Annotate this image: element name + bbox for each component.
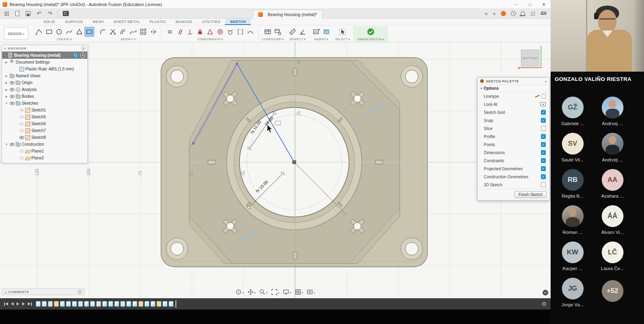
timeline-feature-icon[interactable] (36, 301, 41, 307)
insert-dropdown[interactable]: INSERT (314, 37, 328, 41)
browser-options-icon[interactable] (81, 46, 85, 50)
browser-row[interactable]: Origin (2, 79, 87, 86)
browser-row[interactable]: Sketch6 (2, 120, 87, 127)
palette-row[interactable]: Points (478, 140, 549, 149)
timeline-feature-icon[interactable] (126, 301, 131, 307)
look-at-icon[interactable] (540, 102, 546, 106)
grid-settings-icon[interactable] (295, 288, 303, 295)
visibility-eye-icon[interactable] (10, 143, 14, 146)
timeline-feature-icon[interactable] (138, 301, 143, 307)
display-settings-icon[interactable] (283, 288, 291, 295)
trim-scissors-icon[interactable] (108, 27, 118, 37)
visibility-eye-icon[interactable] (19, 157, 24, 160)
palette-checkbox[interactable] (541, 142, 546, 147)
timeline-feature-icon[interactable] (54, 301, 59, 307)
linetype-pen-icon[interactable] (535, 94, 540, 98)
visibility-eye-icon[interactable] (19, 136, 24, 139)
orbit-icon[interactable] (235, 288, 244, 295)
browser-row[interactable]: Named Views (2, 72, 87, 79)
palette-checkbox[interactable] (541, 150, 546, 155)
participant-tile[interactable]: LČLaura Če... (592, 238, 632, 274)
presenter-video[interactable] (551, 0, 644, 72)
scale-tool-icon[interactable] (128, 27, 138, 37)
visibility-eye-icon[interactable] (19, 116, 24, 119)
expand-arrow-icon[interactable] (4, 95, 8, 98)
configure-table-icon[interactable] (263, 27, 272, 37)
polygon-tool-icon[interactable] (74, 27, 84, 37)
ribbon-tab-manage[interactable]: MANAGE (171, 19, 197, 25)
ribbon-tab-sketch[interactable]: SKETCH (225, 19, 250, 25)
expand-arrow-icon[interactable] (4, 143, 8, 146)
browser-header[interactable]: BROWSER (2, 45, 87, 52)
palette-checkbox[interactable] (541, 110, 546, 115)
browser-row[interactable]: Bodies (2, 93, 87, 100)
comments-expand-icon[interactable] (4, 288, 7, 295)
palette-checkbox[interactable] (541, 118, 546, 123)
palette-row[interactable]: Dimensions (478, 149, 549, 157)
view-cube[interactable]: BOTTOM X (518, 44, 544, 72)
redo-icon[interactable] (47, 10, 53, 17)
participant-tile[interactable]: Andrzej ... (592, 93, 632, 129)
palette-row[interactable]: Look At (478, 100, 549, 108)
timeline-feature-icon[interactable] (72, 301, 77, 307)
save-icon[interactable] (25, 10, 31, 17)
browser-row[interactable]: Analysis (2, 86, 87, 93)
browser-row[interactable]: Plastic Rule: ABS (1,5 mm) (2, 66, 87, 72)
palette-options-header[interactable]: Options (478, 85, 549, 92)
expand-arrow-icon[interactable] (4, 61, 8, 64)
model-canvas[interactable]: fx 10.00 fx 10.00 10.00 -125 -100 -75 -5… (0, 42, 551, 298)
skip-to-start-icon[interactable] (4, 302, 8, 306)
timeline-feature-icon[interactable] (48, 301, 53, 307)
participant-tile[interactable]: Roman ... (553, 202, 592, 238)
participant-tile[interactable]: SVSaulė Vil... (553, 129, 592, 165)
pan-icon[interactable] (248, 288, 256, 295)
inspect-dropdown[interactable]: INSPECT (289, 37, 305, 41)
triangle-constraint-icon[interactable] (205, 27, 215, 37)
timeline-feature-icon[interactable] (151, 301, 155, 307)
timeline-feature-icon[interactable] (132, 301, 137, 307)
timeline-feature-icon[interactable] (169, 301, 173, 307)
palette-row[interactable]: Constraints (478, 157, 549, 165)
palette-row[interactable]: Linetype (478, 92, 549, 100)
step-forward-icon[interactable] (22, 302, 25, 305)
insert-canvas-icon[interactable] (312, 27, 321, 37)
canvas-corner-avatar[interactable] (543, 290, 548, 295)
timeline-feature-icon[interactable] (108, 301, 113, 307)
help-grid-icon[interactable] (530, 10, 536, 17)
comments-options-icon[interactable] (78, 290, 82, 294)
timeline-feature-icon[interactable] (96, 301, 101, 307)
tab-close-icon[interactable] (485, 10, 488, 17)
perpendicular-constraint-icon[interactable] (185, 27, 195, 37)
timeline-feature-icon[interactable] (144, 301, 149, 307)
dimension-edit-handle[interactable] (275, 121, 281, 125)
visibility-eye-icon[interactable] (19, 122, 24, 126)
symmetry-constraint-icon[interactable] (235, 27, 245, 37)
pattern-tool-icon[interactable] (138, 27, 148, 37)
timeline-feature-icon[interactable] (120, 301, 125, 307)
palette-row[interactable]: Sketch Grid (478, 108, 549, 116)
insert-image-icon[interactable] (322, 27, 331, 37)
configuration-icon[interactable] (273, 27, 283, 37)
timeline-feature-icon[interactable] (84, 301, 89, 307)
participant-tile[interactable]: AAAzahara ... (592, 165, 632, 202)
modify-dropdown[interactable]: MODIFY (121, 37, 136, 41)
search-icon[interactable] (73, 53, 78, 58)
zoom-icon[interactable] (259, 288, 268, 295)
palette-checkbox[interactable] (541, 182, 546, 187)
participant-tile[interactable]: KWKacper ... (553, 238, 592, 274)
ribbon-tab-plastic[interactable]: PLASTIC (145, 19, 171, 25)
measure-ruler-icon[interactable] (288, 27, 297, 37)
constraints-dropdown[interactable]: CONSTRAINTS (198, 37, 223, 41)
new-tab-icon[interactable] (493, 10, 496, 17)
browser-row[interactable]: Sketches (2, 100, 87, 107)
skip-to-end-icon[interactable] (28, 302, 32, 306)
expand-arrow-icon[interactable] (4, 88, 8, 91)
browser-row[interactable]: Construction (2, 141, 87, 148)
timeline-feature-icon[interactable] (157, 301, 161, 307)
palette-checkbox[interactable] (541, 166, 546, 171)
palette-row[interactable]: Profile (478, 132, 549, 140)
palette-checkbox[interactable] (541, 158, 546, 163)
expand-panel-icon[interactable] (545, 79, 547, 84)
browser-row[interactable]: Sketch7 (2, 127, 87, 134)
create-dropdown[interactable]: CREATE (57, 37, 72, 41)
